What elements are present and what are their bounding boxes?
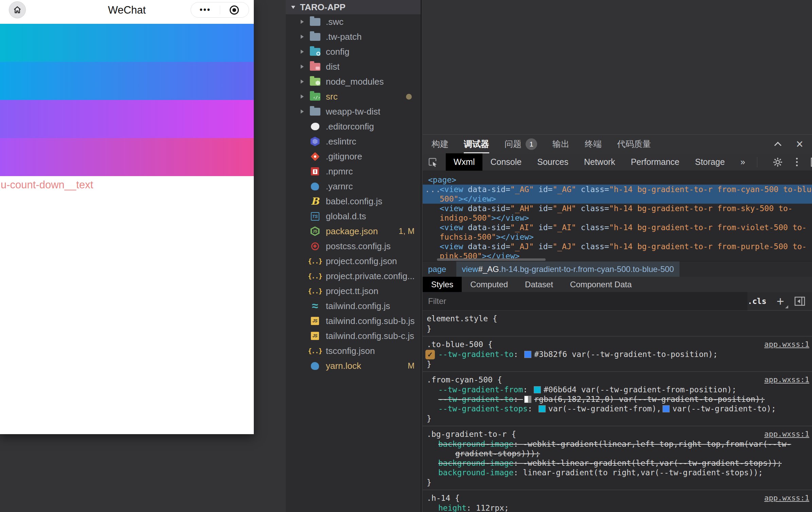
file-tree-rows: .swc.tw-patchconfigdistnode_modules‹/›sr… bbox=[286, 14, 421, 373]
top-tab-终端[interactable]: 终端 bbox=[585, 135, 602, 153]
breadcrumb-item-1[interactable]: view#_AG.h-14.bg-gradient-to-r.from-cyan… bbox=[456, 261, 679, 277]
sidebar-toggle-icon[interactable] bbox=[794, 296, 805, 306]
file-label: weapp-tw-dist bbox=[326, 106, 380, 117]
file-label: project.private.config... bbox=[326, 271, 415, 281]
tree-item-.yarnrc[interactable]: .yarnrc bbox=[286, 179, 421, 194]
wxml-node-line[interactable]: <view data-sid="_AH" id="_AH" class="h-1… bbox=[423, 204, 812, 213]
color-swatch[interactable] bbox=[663, 405, 670, 412]
chevron-down-icon bbox=[291, 6, 295, 9]
dock-side-icon[interactable] bbox=[811, 157, 812, 167]
gear-icon[interactable] bbox=[772, 157, 783, 168]
styles-tab-styles[interactable]: Styles bbox=[423, 277, 462, 292]
stylesheet-link[interactable]: app.wxss:1 bbox=[764, 430, 809, 438]
stylesheet-link[interactable]: app.wxss:1 bbox=[764, 494, 809, 502]
toggle-class-button[interactable]: .cls bbox=[747, 297, 766, 306]
color-swatch[interactable] bbox=[524, 396, 531, 403]
file-label: dist bbox=[326, 62, 339, 72]
color-swatch[interactable] bbox=[524, 351, 531, 358]
property-checkbox[interactable]: ✓ bbox=[425, 350, 435, 359]
wxml-node-line[interactable]: indigo-500"></view> bbox=[423, 213, 812, 223]
css-property-line[interactable]: ✓--tw-gradient-to: #3b82f6 var(--tw-grad… bbox=[423, 349, 812, 359]
tree-item-.gitignore[interactable]: .gitignore bbox=[286, 149, 421, 164]
panel-tab-performance[interactable]: Performance bbox=[623, 153, 687, 171]
wxml-node-line[interactable]: <view data-sid="_AJ" id="_AJ" class="h-1… bbox=[423, 242, 812, 251]
tree-item-.npmrc[interactable]: .npmrc bbox=[286, 164, 421, 179]
color-swatch[interactable] bbox=[534, 386, 541, 393]
exit-record-button[interactable] bbox=[220, 5, 249, 15]
close-panel-icon[interactable]: × bbox=[796, 138, 803, 150]
css-property-line[interactable]: background-image: linear-gradient(to rig… bbox=[423, 468, 812, 477]
top-tab-输出[interactable]: 输出 bbox=[552, 135, 569, 153]
css-property-line[interactable]: --tw-gradient-to: rgba(6,182,212,0) var(… bbox=[423, 394, 812, 404]
panel-tab-storage[interactable]: Storage bbox=[687, 153, 733, 171]
new-style-rule-button[interactable]: + bbox=[777, 296, 784, 306]
tree-item-src[interactable]: ‹/›src bbox=[286, 89, 421, 104]
tree-item-tsconfig.json[interactable]: {..}tsconfig.json bbox=[286, 343, 421, 358]
tree-item-config[interactable]: config bbox=[286, 44, 421, 59]
stylesheet-link[interactable]: app.wxss:1 bbox=[764, 340, 809, 348]
devtools-panel-tabs: WxmlConsoleSourcesNetworkPerformanceStor… bbox=[423, 153, 812, 171]
tree-item-weapp-tw-dist[interactable]: weapp-tw-dist bbox=[286, 104, 421, 119]
top-tab-调试器[interactable]: 调试器 bbox=[464, 135, 489, 153]
folder-icon bbox=[309, 107, 321, 116]
top-tab-构建[interactable]: 构建 bbox=[431, 135, 448, 153]
tree-item-.tw-patch[interactable]: .tw-patch bbox=[286, 29, 421, 44]
file-label: src bbox=[326, 91, 338, 102]
file-label: .eslintrc bbox=[326, 136, 356, 147]
tree-item-project.config.json[interactable]: {..}project.config.json bbox=[286, 254, 421, 269]
wxml-node-line[interactable]: 500"></view> bbox=[423, 194, 812, 204]
top-tab-问题[interactable]: 问题1 bbox=[505, 135, 537, 153]
wxml-expand-ellipsis[interactable]: ... bbox=[425, 185, 441, 194]
css-property-line[interactable]: background-image: -webkit-gradient(linea… bbox=[423, 439, 812, 449]
styles-tab-computed[interactable]: Computed bbox=[462, 277, 516, 292]
more-menu-button[interactable]: ••• bbox=[191, 5, 220, 15]
tree-item-dist[interactable]: dist bbox=[286, 59, 421, 74]
collapse-panel-icon[interactable] bbox=[774, 142, 781, 149]
css-property-line[interactable]: height: 112rpx; bbox=[423, 503, 812, 512]
tree-item-babel.config.js[interactable]: Bbabel.config.js bbox=[286, 194, 421, 209]
tree-item-package.json[interactable]: JSpackage.json1, M bbox=[286, 224, 421, 239]
wxml-node-line[interactable]: fuchsia-500"></view> bbox=[423, 232, 812, 242]
panel-tab-wxml[interactable]: Wxml bbox=[446, 153, 482, 171]
panel-tab-»[interactable]: » bbox=[732, 153, 753, 171]
folder-icon bbox=[309, 17, 321, 27]
modified-dot-indicator bbox=[406, 94, 412, 100]
top-tab-代码质量[interactable]: 代码质量 bbox=[617, 135, 651, 153]
more-options-icon[interactable] bbox=[796, 161, 798, 163]
tree-item-postcss.config.js[interactable]: postcss.config.js bbox=[286, 239, 421, 254]
file-label: config bbox=[326, 47, 349, 57]
tree-item-project.private.config...[interactable]: {..}project.private.config... bbox=[286, 269, 421, 284]
tree-item-yarn.lock[interactable]: yarn.lockM bbox=[286, 358, 421, 373]
tree-item-global.d.ts[interactable]: TSglobal.d.ts bbox=[286, 209, 421, 224]
panel-tab-sources[interactable]: Sources bbox=[529, 153, 576, 171]
inspect-element-button[interactable] bbox=[427, 157, 438, 167]
gradient-bars bbox=[0, 24, 254, 176]
wxml-node-line[interactable]: <view data-sid="_AI" id="_AI" class="h-1… bbox=[423, 223, 812, 232]
wxml-node-line[interactable]: <view data-sid="_AG" id="_AG" class="h-1… bbox=[423, 185, 812, 194]
horizontal-scrollbar[interactable] bbox=[437, 258, 546, 261]
panel-tab-console[interactable]: Console bbox=[482, 153, 529, 171]
tree-item-project.tt.json[interactable]: {..}project.tt.json bbox=[286, 284, 421, 298]
css-property-line[interactable]: background-image: -webkit-linear-gradien… bbox=[423, 458, 812, 468]
panel-tab-network[interactable]: Network bbox=[576, 153, 623, 171]
css-property-line[interactable]: --tw-gradient-from: #06b6d4 var(--tw-gra… bbox=[423, 385, 812, 394]
rule-selector: .h-14 { bbox=[423, 493, 812, 503]
tree-item-node_modules[interactable]: node_modules bbox=[286, 74, 421, 89]
css-property-line[interactable]: --tw-gradient-stops: var(--tw-gradient-f… bbox=[423, 404, 812, 413]
filter-input[interactable] bbox=[423, 292, 747, 310]
file-explorer: TARO-APP .swc.tw-patchconfigdistnode_mod… bbox=[286, 0, 422, 512]
tree-item-tailwind.config.sub-c.js[interactable]: JStailwind.config.sub-c.js bbox=[286, 328, 421, 343]
color-swatch[interactable] bbox=[539, 405, 546, 412]
tree-item-tailwind.config.sub-b.js[interactable]: JStailwind.config.sub-b.js bbox=[286, 313, 421, 328]
styles-tab-dataset[interactable]: Dataset bbox=[516, 277, 562, 292]
tree-item-tailwind.config.js[interactable]: ≈tailwind.config.js bbox=[286, 298, 421, 313]
project-root-row[interactable]: TARO-APP bbox=[286, 0, 421, 14]
tree-item-.editorconfig[interactable]: .editorconfig bbox=[286, 119, 421, 134]
tree-item-.swc[interactable]: .swc bbox=[286, 14, 421, 29]
breadcrumb-item-0[interactable]: page bbox=[423, 261, 452, 277]
wxml-node-line[interactable]: <page> bbox=[423, 175, 812, 185]
styles-tab-component-data[interactable]: Component Data bbox=[562, 277, 640, 292]
rule-selector: .bg-gradient-to-r { bbox=[423, 429, 812, 439]
stylesheet-link[interactable]: app.wxss:1 bbox=[764, 375, 809, 384]
tree-item-.eslintrc[interactable]: .eslintrc bbox=[286, 134, 421, 149]
